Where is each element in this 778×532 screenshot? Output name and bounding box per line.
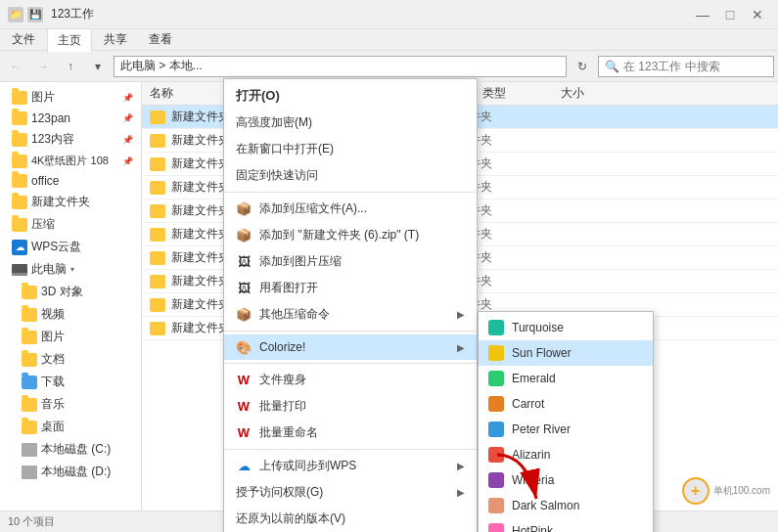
sidebar-item-drive-c[interactable]: 本地磁盘 (C:) bbox=[0, 438, 141, 461]
colorize-menu-item[interactable]: Peter River bbox=[479, 417, 653, 442]
colorize-menu-item[interactable]: Sun Flower bbox=[479, 340, 653, 366]
menu-open[interactable]: 打开(O) bbox=[224, 82, 477, 110]
menu-open-viewer[interactable]: 🖼 用看图打开 bbox=[224, 275, 477, 301]
search-icon: 🔍 bbox=[605, 60, 619, 73]
menu-label: 授予访问权限(G) bbox=[236, 484, 323, 501]
sidebar-item-this-pc[interactable]: 此电脑 ▾ bbox=[0, 258, 141, 281]
tab-share[interactable]: 共享 bbox=[94, 28, 137, 51]
search-box[interactable]: 🔍 bbox=[598, 56, 774, 77]
col-type-header[interactable]: 类型 bbox=[482, 85, 561, 102]
colorize-menu-item[interactable]: Alizarin bbox=[479, 442, 653, 467]
sidebar-item-video[interactable]: 视频 bbox=[0, 303, 141, 326]
tab-home[interactable]: 主页 bbox=[47, 28, 92, 52]
tab-view[interactable]: 查看 bbox=[139, 28, 182, 51]
sidebar-item-drive-d[interactable]: 本地磁盘 (D:) bbox=[0, 461, 141, 483]
close-button[interactable]: ✕ bbox=[745, 2, 770, 27]
sidebar-item-desktop[interactable]: 桌面 bbox=[0, 416, 141, 438]
sidebar-item-3d[interactable]: 3D 对象 bbox=[0, 281, 141, 303]
menu-batch-rename[interactable]: W 批量重命名 bbox=[224, 420, 477, 446]
search-input[interactable] bbox=[623, 60, 767, 73]
colorize-menu-item[interactable]: Dark Salmon bbox=[479, 493, 653, 518]
colorize-item-label: Peter River bbox=[512, 422, 571, 436]
menu-restore-version[interactable]: 还原为以前的版本(V) bbox=[224, 506, 477, 532]
sidebar-item-wps-cloud[interactable]: ☁ WPS云盘 bbox=[0, 236, 141, 258]
sidebar-item-label: 3D 对象 bbox=[41, 284, 83, 300]
menu-label: 上传或同步到WPS bbox=[259, 458, 356, 474]
color-swatch bbox=[488, 498, 504, 513]
folder-icon bbox=[22, 286, 37, 299]
folder-icon bbox=[22, 353, 37, 367]
sidebar-item-pictures[interactable]: 图片 📌 bbox=[0, 86, 141, 109]
menu-colorize[interactable]: 🎨 Colorize! ▶ bbox=[224, 334, 477, 360]
compress-other-icon: 📦 bbox=[236, 307, 252, 323]
menu-encrypt[interactable]: 高强度加密(M) bbox=[224, 110, 477, 136]
menu-upload-wps[interactable]: ☁ 上传或同步到WPS ▶ bbox=[224, 453, 477, 479]
menu-slim[interactable]: W 文件瘦身 bbox=[224, 367, 477, 393]
menu-other-compress[interactable]: 📦 其他压缩命令 ▶ bbox=[224, 301, 477, 328]
menu-add-zip[interactable]: 📦 添加到 "新建文件夹 (6).zip" (T) bbox=[224, 222, 477, 248]
menu-label: 添加到图片压缩 bbox=[259, 253, 342, 270]
minimize-button[interactable]: — bbox=[690, 2, 715, 27]
folder-icon bbox=[150, 181, 165, 195]
colorize-menu-item[interactable]: Wisteria bbox=[479, 467, 653, 493]
folder-icon bbox=[150, 298, 165, 312]
sidebar-item-downloads[interactable]: 下载 bbox=[0, 371, 141, 393]
nav-recent-button[interactable]: ▾ bbox=[86, 55, 110, 78]
colorize-menu-item[interactable]: Turquoise bbox=[479, 315, 653, 340]
menu-add-image-compress[interactable]: 🖼 添加到图片压缩 bbox=[224, 248, 477, 275]
sidebar-item-4k[interactable]: 4K壁纸图片 108 📌 bbox=[0, 151, 141, 171]
sidebar-item-newfolder[interactable]: 新建文件夹 bbox=[0, 191, 141, 213]
menu-batch-print[interactable]: W 批量打印 bbox=[224, 393, 477, 420]
sidebar-item-pictures2[interactable]: 图片 bbox=[0, 326, 141, 348]
menu-divider-3 bbox=[224, 363, 477, 364]
sidebar-item-123content[interactable]: 123内容 📌 bbox=[0, 128, 141, 151]
pc-icon bbox=[12, 264, 27, 276]
sidebar-item-compress[interactable]: 压缩 bbox=[0, 213, 141, 236]
folder-icon bbox=[12, 111, 27, 125]
expand-icon: ▾ bbox=[70, 265, 80, 274]
colorize-menu-item[interactable]: Carrot bbox=[479, 391, 653, 417]
pin-badge: 📌 bbox=[122, 93, 133, 103]
nav-forward-button[interactable]: → bbox=[31, 55, 55, 78]
colorize-menu-item[interactable]: HotPink bbox=[479, 518, 653, 532]
address-path[interactable]: 此电脑 > 本地... bbox=[114, 56, 567, 77]
menu-grant-access[interactable]: 授予访问权限(G) ▶ bbox=[224, 479, 477, 506]
sidebar-item-label: 123内容 bbox=[31, 131, 74, 148]
ribbon: 文件 主页 共享 查看 bbox=[0, 29, 778, 51]
tab-file[interactable]: 文件 bbox=[2, 28, 45, 51]
menu-add-compress[interactable]: 📦 添加到压缩文件(A)... bbox=[224, 196, 477, 222]
colorize-item-label: Dark Salmon bbox=[512, 499, 579, 512]
wps-w-icon-2: W bbox=[236, 399, 252, 415]
nav-up-button[interactable]: ↑ bbox=[59, 55, 82, 78]
color-swatch bbox=[488, 320, 504, 335]
sidebar-item-123pan[interactable]: 123pan 📌 bbox=[0, 109, 141, 128]
refresh-button[interactable]: ↻ bbox=[571, 55, 594, 78]
sidebar-item-music[interactable]: 音乐 bbox=[0, 393, 141, 416]
folder-icon bbox=[22, 331, 37, 344]
menu-new-window[interactable]: 在新窗口中打开(E) bbox=[224, 136, 477, 162]
menu-divider-2 bbox=[224, 331, 477, 332]
sidebar: 图片 📌 123pan 📌 123内容 📌 4K壁纸图片 108 📌 offic… bbox=[0, 82, 142, 510]
sidebar-item-label: 4K壁纸图片 108 bbox=[31, 154, 109, 168]
sidebar-item-office[interactable]: office bbox=[0, 171, 141, 191]
watermark-circle: + bbox=[682, 477, 709, 505]
colorize-menu-item[interactable]: Emerald bbox=[479, 366, 653, 391]
color-swatch bbox=[488, 371, 504, 386]
folder-icon bbox=[150, 134, 165, 148]
pin-badge: 📌 bbox=[122, 135, 133, 145]
colorize-item-label: Turquoise bbox=[512, 321, 564, 334]
nav-back-button[interactable]: ← bbox=[4, 55, 27, 78]
menu-label: 打开(O) bbox=[236, 87, 280, 105]
colorize-item-label: Alizarin bbox=[512, 448, 550, 462]
maximize-button[interactable]: □ bbox=[717, 2, 743, 27]
sidebar-item-label: 123pan bbox=[31, 111, 70, 125]
folder-icon bbox=[12, 91, 27, 105]
sidebar-item-label: 本地磁盘 (C:) bbox=[41, 441, 111, 458]
sidebar-item-docs[interactable]: 文档 bbox=[0, 348, 141, 371]
wps-cloud-icon: ☁ bbox=[12, 240, 27, 255]
colorize-item-label: Wisteria bbox=[512, 473, 554, 487]
menu-pin-quick[interactable]: 固定到快速访问 bbox=[224, 162, 477, 189]
wps-w-icon-3: W bbox=[236, 425, 252, 441]
col-size-header[interactable]: 大小 bbox=[561, 85, 639, 102]
watermark: + 单机100.com bbox=[682, 477, 770, 505]
